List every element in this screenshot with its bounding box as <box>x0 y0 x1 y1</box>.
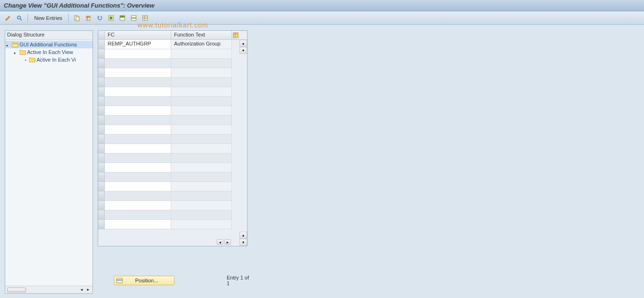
row-selector[interactable] <box>98 116 105 125</box>
expand-toggle-icon[interactable] <box>14 50 18 54</box>
table-row[interactable] <box>105 154 239 163</box>
svg-rect-3 <box>76 17 79 21</box>
table-row[interactable] <box>105 106 239 116</box>
row-selector[interactable] <box>98 97 105 106</box>
table-row[interactable] <box>105 182 239 191</box>
cell-fc[interactable] <box>105 97 171 106</box>
cell-fc[interactable] <box>105 135 171 144</box>
scroll-right-icon[interactable]: ► <box>85 287 92 293</box>
column-header-function-text[interactable]: Function Text <box>171 31 232 40</box>
table-row[interactable] <box>105 172 239 182</box>
cell-fc[interactable] <box>105 59 171 68</box>
table-row[interactable] <box>105 210 239 220</box>
tree-hscroll[interactable]: ◄ ► <box>5 286 92 293</box>
table-row[interactable] <box>105 78 239 87</box>
find-icon[interactable] <box>14 13 25 23</box>
row-selector[interactable] <box>98 191 105 201</box>
cell-fc[interactable] <box>105 154 171 163</box>
svg-rect-10 <box>120 16 125 18</box>
scroll-handle[interactable] <box>7 288 26 292</box>
row-selector[interactable] <box>98 68 105 78</box>
cell-fc[interactable] <box>105 87 171 97</box>
table-row[interactable] <box>105 97 239 106</box>
select-block-icon[interactable] <box>117 13 128 23</box>
undo-icon[interactable] <box>94 13 105 23</box>
cell-fc[interactable] <box>105 182 171 191</box>
table-row[interactable] <box>105 125 239 135</box>
scroll-down-icon[interactable]: ▼ <box>239 239 247 246</box>
tree-body: GUI Additional Functions Active In Each … <box>5 40 92 286</box>
row-selector[interactable] <box>98 154 105 163</box>
row-selector[interactable] <box>98 163 105 172</box>
tree-item-active-in-each-vi[interactable]: • Active In Each Vi <box>5 56 92 63</box>
delete-icon[interactable] <box>83 13 93 23</box>
row-selector[interactable] <box>98 40 105 49</box>
row-selector[interactable] <box>98 125 105 135</box>
table-row[interactable] <box>105 116 239 125</box>
table-row[interactable] <box>105 87 239 97</box>
scroll-left-icon[interactable]: ◄ <box>217 239 223 245</box>
cell-function-text: Authorization Group <box>171 40 232 49</box>
cell-fc[interactable] <box>105 210 171 220</box>
row-selector[interactable] <box>98 135 105 144</box>
toggle-display-change-icon[interactable] <box>3 13 13 23</box>
table-row[interactable] <box>105 59 239 68</box>
table-row[interactable] <box>105 49 239 59</box>
cell-fc[interactable] <box>105 163 171 172</box>
scroll-up-icon[interactable]: ▲ <box>239 232 247 239</box>
cell-fc[interactable] <box>105 68 171 78</box>
row-selector[interactable] <box>98 144 105 154</box>
cell-fc[interactable] <box>105 49 171 59</box>
cell-fc[interactable] <box>105 116 171 125</box>
configure-columns-icon[interactable] <box>232 31 239 40</box>
row-selector[interactable] <box>98 87 105 97</box>
table-row[interactable]: REMP_AUTHGRP Authorization Group <box>105 40 239 49</box>
cell-fc[interactable] <box>105 201 171 210</box>
row-selector[interactable] <box>98 210 105 220</box>
row-selector[interactable] <box>98 182 105 191</box>
scroll-down-icon[interactable]: ▼ <box>239 47 247 54</box>
row-selector[interactable] <box>98 106 105 116</box>
column-header-fc[interactable]: FC <box>105 31 171 40</box>
scroll-right-icon[interactable]: ► <box>224 239 231 245</box>
scroll-up-icon[interactable]: ▲ <box>239 40 247 47</box>
table-row[interactable] <box>105 201 239 210</box>
table-row[interactable] <box>105 68 239 78</box>
copy-as-icon[interactable] <box>72 13 82 23</box>
cell-fc[interactable] <box>105 144 171 154</box>
table-row[interactable] <box>105 135 239 144</box>
cell-fc[interactable] <box>105 172 171 182</box>
cell-function-text <box>171 135 232 144</box>
table-row[interactable] <box>105 220 239 229</box>
new-entries-button[interactable]: New Entries <box>31 14 65 22</box>
row-selector[interactable] <box>98 172 105 182</box>
cell-fc[interactable]: REMP_AUTHGRP <box>105 40 171 49</box>
row-selector[interactable] <box>98 220 105 229</box>
table-row[interactable] <box>105 163 239 172</box>
expand-toggle-icon[interactable] <box>6 42 11 47</box>
table-row[interactable] <box>105 191 239 201</box>
scroll-left-icon[interactable]: ◄ <box>78 287 85 293</box>
cell-fc[interactable] <box>105 106 171 116</box>
select-all-icon[interactable] <box>106 13 116 23</box>
app-toolbar: New Entries <box>0 11 644 25</box>
row-selector[interactable] <box>98 78 105 87</box>
folder-icon <box>19 49 26 55</box>
row-selector[interactable] <box>98 59 105 68</box>
tree-item-active-in-each-view[interactable]: Active In Each View <box>5 48 92 56</box>
position-button[interactable]: Position... <box>114 276 175 285</box>
row-selector[interactable] <box>98 49 105 59</box>
grid-hscroll[interactable]: ◄ ► <box>105 238 239 246</box>
cell-fc[interactable] <box>105 78 171 87</box>
grid-vscroll[interactable]: ▲ ▼ ▲ ▼ <box>239 31 247 246</box>
dialog-structure-panel: Dialog Structure GUI Additional Function… <box>5 30 93 294</box>
cell-fc[interactable] <box>105 125 171 135</box>
bullet-icon: • <box>23 58 28 62</box>
row-selector[interactable] <box>98 201 105 210</box>
cell-function-text <box>171 182 232 191</box>
cell-fc[interactable] <box>105 220 171 229</box>
tree-item-label: Active In Each View <box>27 49 73 55</box>
cell-fc[interactable] <box>105 191 171 201</box>
tree-item-gui-additional-functions[interactable]: GUI Additional Functions <box>5 41 92 48</box>
table-row[interactable] <box>105 144 239 154</box>
